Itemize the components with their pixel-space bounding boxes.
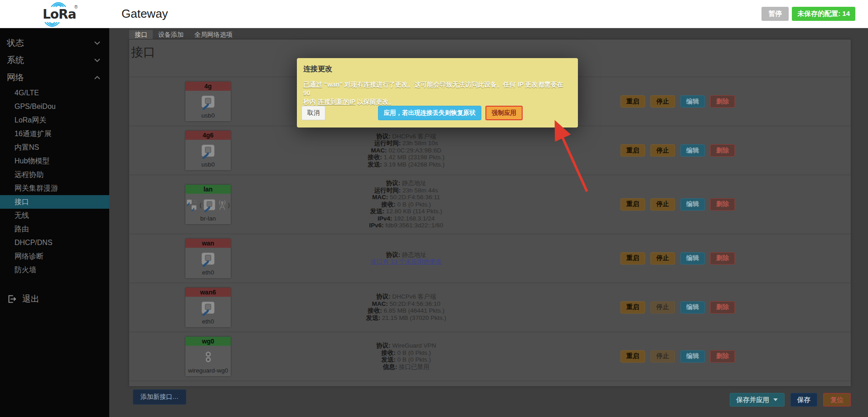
iface-info-line: 接收: 0 B (0 Pkts.) (233, 349, 579, 357)
tunnel-icon (206, 351, 211, 363)
restart-button-4g[interactable]: 重启 (621, 95, 645, 108)
iface-box-4g6: 4g6usb0 (185, 131, 231, 170)
delete-button-lan[interactable]: 删除 (710, 198, 735, 211)
edit-button-lan[interactable]: 编辑 (680, 198, 705, 211)
iface-box-column: lan()br-lan (183, 185, 233, 224)
iface-device-label: eth0 (186, 318, 230, 325)
info-label: MAC: (372, 300, 390, 307)
delete-button-4g6[interactable]: 删除 (710, 144, 735, 157)
restart-button-lan[interactable]: 重启 (621, 198, 645, 211)
iface-box-4g: 4gusb0 (185, 82, 231, 121)
info-label: 信息: (383, 363, 399, 370)
sidebar-section-系统[interactable]: 系统 (0, 52, 109, 69)
modal-action-group: 应用，若出现连接丢失则恢复原状 强制应用 (378, 106, 523, 120)
sidebar-item-logout[interactable]: 退出 (0, 290, 109, 308)
iface-box-body: wireguard-wg0 (185, 346, 231, 376)
add-interface-button[interactable]: 添加新接口… (133, 389, 186, 405)
stop-button-lan[interactable]: 停止 (650, 198, 675, 211)
iface-box-wg0: wg0wireguard-wg0 (185, 337, 231, 376)
sidebar-item-防火墙[interactable]: 防火墙 (0, 263, 109, 277)
unsaved-config-badge[interactable]: 未保存的配置: 14 (792, 7, 855, 21)
sidebar-item-接口[interactable]: 接口 (0, 195, 109, 209)
chevron-down-icon (94, 59, 100, 62)
sidebar-section-状态[interactable]: 状态 (0, 34, 109, 52)
info-value: 192.168.3.1/24 (394, 215, 435, 222)
sidebar-item-网关集群漫游[interactable]: 网关集群漫游 (0, 182, 109, 195)
sidebar-item-远程协助[interactable]: 远程协助 (0, 168, 109, 182)
reset-button[interactable]: 复位 (823, 393, 851, 407)
save-apply-button[interactable]: 保存并应用 (730, 393, 785, 407)
pending-changes-line: 接口有 13 个未应用的更改 (233, 258, 579, 265)
delete-button-wan6[interactable]: 删除 (710, 301, 735, 314)
cancel-button[interactable]: 取消 (301, 106, 325, 120)
iface-row-wg0: wg0wireguard-wg0协议: WireGuard VPN接收: 0 B… (129, 332, 851, 381)
tab-全局网络选项[interactable]: 全局网络选项 (189, 30, 238, 39)
iface-device-label: br-lan (186, 215, 230, 222)
sidebar-item-Hub物模型[interactable]: Hub物模型 (0, 154, 109, 168)
delete-button-4g[interactable]: 删除 (710, 95, 735, 108)
delete-button-wan[interactable]: 删除 (710, 252, 735, 265)
edit-button-wan[interactable]: 编辑 (680, 252, 705, 265)
apply-revert-button[interactable]: 应用，若出现连接丢失则恢复原状 (378, 106, 482, 120)
iface-info-line: 协议: DHCPv6 客户端 (233, 133, 579, 140)
edit-button-wg0[interactable]: 编辑 (680, 350, 705, 363)
iface-device-label: usb0 (186, 161, 230, 168)
sidebar-item-无线[interactable]: 无线 (0, 209, 109, 222)
restart-button-wg0[interactable]: 重启 (621, 350, 645, 363)
iface-box-column: 4g6usb0 (183, 131, 233, 170)
lora-logo: LoRa ® (36, 4, 80, 25)
info-value: 02:0C:29:A3:9B:6D (388, 147, 441, 154)
restart-button-4g6[interactable]: 重启 (621, 144, 645, 157)
info-label: 接收: (368, 154, 383, 161)
iface-info-line: 接收: 0 B (0 Pkts.) (233, 201, 579, 208)
sidebar-section-网络[interactable]: 网络 (0, 69, 109, 86)
top-bar: LoRa ® Gateway 暂停 未保存的配置: 14 (0, 0, 868, 28)
iface-info-line: 发送: 0 B (0 Pkts.) (233, 356, 579, 363)
footer-actions: 保存并应用 保存 复位 (730, 393, 851, 407)
sidebar-item-4G/LTE[interactable]: 4G/LTE (0, 86, 109, 100)
iface-info-line: 协议: WireGuard VPN (233, 342, 579, 349)
modal-text-part: 秒内 (303, 98, 318, 105)
info-value: 3.19 MB (24268 Pkts.) (383, 161, 444, 168)
tab-接口[interactable]: 接口 (129, 30, 153, 39)
sidebar-item-DHCP/DNS[interactable]: DHCP/DNS (0, 236, 109, 250)
iface-box-body: eth0 (185, 248, 231, 278)
stop-button-wan[interactable]: 停止 (650, 252, 675, 265)
stop-button-4g[interactable]: 停止 (650, 95, 675, 108)
iface-info-line: 发送: 21.15 MB (37020 Pkts.) (233, 314, 579, 322)
iface-status-badge: 4g (185, 82, 231, 91)
sidebar-item-网络诊断[interactable]: 网络诊断 (0, 250, 109, 263)
iface-info-line: 发送: 12.80 KB (114 Pkts.) (233, 208, 579, 215)
iface-info-line: MAC: 50:2D:F4:56:36:11 (233, 194, 579, 201)
stop-button-wan6: 停止 (650, 301, 675, 314)
topbar-actions: 暂停 未保存的配置: 14 (761, 7, 855, 21)
delete-button-wg0[interactable]: 删除 (710, 350, 735, 363)
sidebar-item-LoRa网关[interactable]: LoRa网关 (0, 113, 109, 127)
iface-device-label: eth0 (186, 269, 230, 276)
pause-button[interactable]: 暂停 (761, 7, 789, 21)
restart-button-wan6[interactable]: 重启 (621, 301, 645, 314)
edit-button-4g6[interactable]: 编辑 (680, 144, 705, 157)
save-button[interactable]: 保存 (790, 393, 817, 407)
info-value: 0 B (0 Pkts.) (397, 349, 431, 356)
info-value: 0 B (0 Pkts.) (397, 201, 431, 208)
iface-actions: 重启停止编辑删除 (621, 95, 735, 108)
pending-changes-link[interactable]: 接口有 13 个未应用的更改 (370, 258, 442, 265)
iface-info-line: 运行时间: 23h 58m 44s (233, 187, 579, 194)
force-apply-button[interactable]: 强制应用 (485, 106, 523, 120)
sidebar-item-内置NS[interactable]: 内置NS (0, 141, 109, 154)
edit-button-wan6[interactable]: 编辑 (680, 301, 705, 314)
tab-设备添加[interactable]: 设备添加 (153, 30, 189, 39)
info-label: 运行时间: (374, 187, 402, 194)
sidebar-item-16通道扩展[interactable]: 16通道扩展 (0, 127, 109, 141)
sidebar-item-GPS/BeiDou[interactable]: GPS/BeiDou (0, 100, 109, 113)
edit-button-4g[interactable]: 编辑 (680, 95, 705, 108)
sidebar-item-路由[interactable]: 路由 (0, 222, 109, 236)
iface-status-badge: wan6 (185, 288, 231, 297)
iface-info-line: IPv4: 192.168.3.1/24 (233, 215, 579, 222)
restart-button-wan[interactable]: 重启 (621, 252, 645, 265)
iface-info: 协议: DHCPv6 客户端运行时间: 23h 58m 10sMAC: 02:0… (233, 133, 579, 168)
iface-box-body: usb0 (185, 91, 231, 121)
stop-button-4g6[interactable]: 停止 (650, 144, 675, 157)
info-value: fdb9:3561:3d22::1/60 (385, 222, 443, 229)
